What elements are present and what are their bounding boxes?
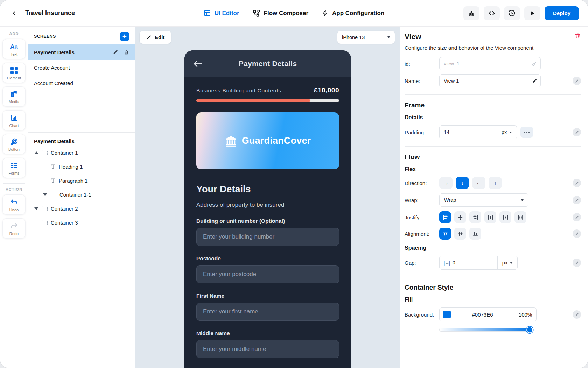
coverage-label: Business Building and Contents: [196, 87, 281, 94]
bind-padding-button[interactable]: [573, 128, 581, 136]
collapse-arrow-icon[interactable]: [34, 151, 39, 154]
expand-arrow-icon[interactable]: [34, 207, 39, 210]
undo-button[interactable]: Undo: [2, 194, 26, 215]
debug-button[interactable]: [463, 6, 479, 20]
tree-node-container-3[interactable]: Container 3: [34, 215, 129, 229]
expand-arrow-icon[interactable]: [43, 193, 48, 196]
bind-wrap-button[interactable]: [573, 196, 581, 204]
screen-name: Create Account: [34, 65, 70, 71]
device-selector[interactable]: iPhone 13: [337, 31, 395, 44]
wrap-dropdown[interactable]: Wrap: [439, 193, 528, 207]
gap-input-group[interactable]: |↔| 0 px: [439, 256, 518, 270]
screen-item-create-account[interactable]: Create Account: [28, 60, 135, 75]
add-forms-button[interactable]: Forms: [2, 158, 26, 178]
add-chart-button[interactable]: Chart: [2, 110, 26, 130]
building-number-input[interactable]: [196, 228, 339, 246]
opacity-slider[interactable]: [439, 328, 533, 332]
justify-start-button[interactable]: [439, 211, 451, 223]
screen-item-payment-details[interactable]: Payment Details: [28, 44, 135, 60]
back-button[interactable]: [9, 8, 20, 19]
tab-app-configuration[interactable]: App Configuration: [322, 10, 384, 17]
component-id-input[interactable]: [439, 57, 541, 70]
bind-name-button[interactable]: [573, 77, 581, 85]
tab-label: Flow Composer: [264, 10, 309, 17]
component-name-input[interactable]: [439, 74, 541, 87]
padding-more-options-button[interactable]: [520, 127, 533, 138]
justify-space-between-button[interactable]: [484, 211, 496, 223]
justify-center-button[interactable]: [454, 211, 466, 223]
direction-right-button[interactable]: →: [439, 177, 453, 189]
add-screen-button[interactable]: [120, 32, 129, 41]
edit-name-pencil-icon[interactable]: [532, 78, 537, 84]
direction-up-button[interactable]: ↑: [489, 177, 502, 189]
delete-component-icon[interactable]: [574, 33, 581, 39]
opacity-slider-knob[interactable]: [526, 326, 533, 333]
tab-ui-editor[interactable]: UI Editor: [204, 9, 239, 17]
padding-input[interactable]: [440, 126, 497, 139]
bind-justify-button[interactable]: [573, 213, 581, 221]
tree-node-paragraph-1[interactable]: Paragraph 1: [34, 174, 129, 187]
justify-space-evenly-button[interactable]: [514, 211, 526, 223]
postcode-input[interactable]: [196, 265, 339, 283]
phone-body: Business Building and Contents £10,000 G…: [184, 77, 351, 368]
rename-screen-icon[interactable]: [113, 49, 118, 55]
redo-button[interactable]: Redo: [2, 218, 26, 239]
field-label-postcode: Postcode: [196, 255, 339, 262]
screen-name: Payment Details: [34, 49, 75, 55]
justify-start-icon: [443, 215, 448, 220]
tree-node-heading-1[interactable]: Heading 1: [34, 160, 129, 174]
inspector-description: Configure the size and behavior of the V…: [405, 45, 581, 51]
first-name-input[interactable]: [196, 303, 339, 321]
tree-node-label: Heading 1: [59, 164, 83, 170]
tree-node-container-2[interactable]: Container 2: [34, 201, 129, 215]
middle-name-input[interactable]: [196, 340, 339, 358]
tree-node-label: Paragraph 1: [59, 178, 88, 184]
main-area: ADD Aa Text Element Media: [0, 27, 588, 368]
background-opacity-value[interactable]: 100%: [514, 308, 536, 321]
top-bar: Travel Insurance UI Editor Flow Composer…: [0, 0, 588, 27]
align-start-button[interactable]: [439, 228, 451, 240]
tree-node-container-1[interactable]: Container 1: [34, 146, 129, 160]
screen-item-account-created[interactable]: Account Created: [28, 75, 135, 91]
delete-screen-icon[interactable]: [124, 49, 129, 55]
unit-value: px: [502, 260, 507, 266]
background-hex-value[interactable]: #0073E6: [451, 308, 514, 321]
color-swatch[interactable]: [443, 311, 451, 318]
bind-alignment-button[interactable]: [573, 229, 581, 238]
add-button-button[interactable]: Button: [2, 134, 26, 154]
chart-icon: [10, 114, 18, 122]
align-bottom-icon: [473, 231, 478, 236]
chevron-down-icon: [387, 36, 390, 38]
edit-button-label: Edit: [155, 34, 164, 40]
history-button[interactable]: [504, 6, 520, 20]
add-text-button[interactable]: Aa Text: [2, 39, 26, 59]
code-button[interactable]: [484, 6, 500, 20]
background-color-group[interactable]: #0073E6 100%: [439, 307, 537, 321]
bind-direction-button[interactable]: [573, 179, 581, 187]
media-icon: [10, 90, 18, 98]
unit-value: px: [502, 129, 507, 135]
deploy-button[interactable]: Deploy: [545, 6, 579, 20]
tab-flow-composer[interactable]: Flow Composer: [253, 9, 309, 17]
add-media-button[interactable]: Media: [2, 86, 26, 107]
tool-label: Undo: [9, 208, 19, 212]
align-center-button[interactable]: [454, 228, 466, 240]
tree-node-container-1-1[interactable]: Container 1-1: [34, 187, 129, 201]
padding-unit-dropdown[interactable]: px: [497, 126, 517, 139]
phone-back-arrow-icon[interactable]: [193, 60, 202, 68]
preview-button[interactable]: [524, 6, 540, 20]
bind-background-button[interactable]: [573, 310, 581, 319]
justify-end-button[interactable]: [469, 211, 481, 223]
direction-left-button[interactable]: ←: [472, 177, 485, 189]
inspector-panel: View Configure the size and behavior of …: [400, 27, 588, 368]
arrow-down-icon: ↓: [461, 180, 464, 186]
align-end-button[interactable]: [469, 228, 481, 240]
direction-down-button[interactable]: ↓: [456, 177, 469, 189]
edit-button[interactable]: Edit: [140, 31, 171, 44]
add-element-button[interactable]: Element: [2, 63, 26, 83]
justify-space-around-button[interactable]: [499, 211, 511, 223]
bind-gap-button[interactable]: [573, 259, 581, 267]
tool-label: Forms: [8, 171, 19, 175]
gap-unit-dropdown[interactable]: px: [497, 256, 517, 269]
phone-screen-title: Payment Details: [239, 59, 297, 68]
